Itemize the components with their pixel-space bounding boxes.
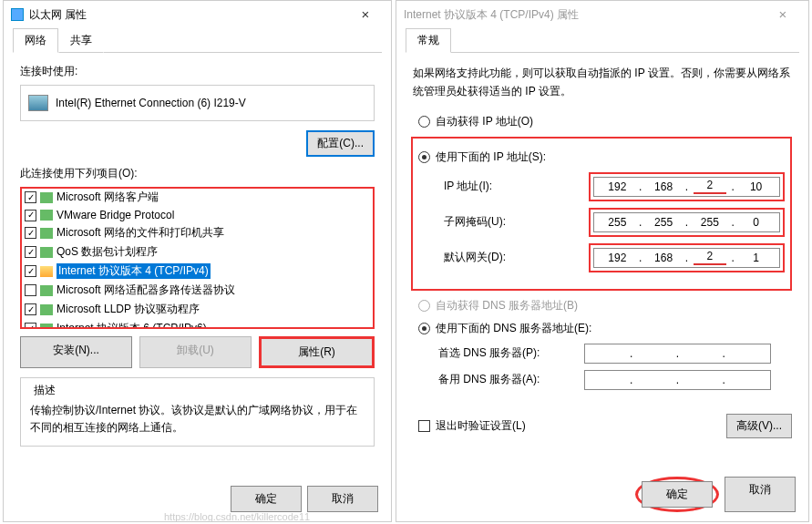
advanced-button[interactable]: 高级(V)... — [726, 414, 792, 438]
item-label: Internet 协议版本 6 (TCP/IPv6) — [57, 321, 207, 329]
connect-using-label: 连接时使用: — [20, 64, 375, 79]
validate-checkbox[interactable]: 退出时验证设置(L) — [418, 418, 526, 434]
close-icon[interactable]: × — [347, 4, 384, 26]
description-title: 描述 — [30, 383, 59, 398]
tab-sharing[interactable]: 共享 — [58, 28, 104, 53]
item-label: Microsoft 网络客户端 — [57, 190, 159, 205]
intro-text: 如果网络支持此功能，则可以获取自动指派的 IP 设置。否则，你需要从网络系统管理… — [413, 64, 792, 101]
checkbox-icon[interactable] — [25, 284, 36, 296]
titlebar: Internet 协议版本 4 (TCP/IPv4) 属性 × — [396, 1, 808, 28]
radio-label: 使用下面的 IP 地址(S): — [436, 149, 546, 165]
item-label: VMware Bridge Protocol — [57, 209, 174, 221]
dns2-field[interactable]: ... — [584, 370, 771, 390]
watermark: https://blog.csdn.net/killercode11 — [164, 511, 310, 522]
tabs: 网络 共享 — [13, 28, 382, 53]
protocol-icon — [40, 324, 53, 330]
close-icon[interactable]: × — [765, 4, 801, 26]
list-item[interactable]: QoS 数据包计划程序 — [21, 242, 374, 262]
protocol-icon — [40, 304, 53, 315]
radio-manual-dns[interactable]: 使用下面的 DNS 服务器地址(E): — [418, 321, 792, 336]
configure-button[interactable]: 配置(C)... — [306, 130, 375, 157]
tabs: 常规 — [406, 28, 799, 53]
radio-icon — [418, 323, 430, 334]
tab-network[interactable]: 网络 — [13, 28, 58, 53]
components-listbox[interactable]: Microsoft 网络客户端VMware Bridge ProtocolMic… — [20, 187, 375, 329]
radio-auto-ip[interactable]: 自动获得 IP 地址(O) — [418, 114, 792, 129]
subnet-mask-field[interactable]: 255. 255. 255. 0 — [593, 212, 780, 232]
protocol-icon — [40, 285, 53, 296]
cancel-button[interactable]: 取消 — [307, 486, 378, 512]
tab-general[interactable]: 常规 — [406, 28, 451, 53]
item-label: Microsoft 网络适配器多路传送器协议 — [57, 283, 235, 298]
checkbox-icon[interactable] — [25, 323, 36, 329]
description-text: 传输控制协议/Internet 协议。该协议是默认的广域网络协议，用于在不同的相… — [30, 402, 365, 437]
radio-icon — [418, 116, 430, 128]
ok-button[interactable]: 确定 — [642, 481, 713, 508]
validate-label: 退出时验证设置(L) — [436, 418, 526, 434]
nic-icon — [28, 95, 48, 111]
cancel-button[interactable]: 取消 — [725, 477, 796, 512]
install-button[interactable]: 安装(N)... — [20, 336, 132, 368]
dialog-title: 以太网 属性 — [29, 7, 347, 23]
item-label: QoS 数据包计划程序 — [57, 244, 158, 260]
description-group: 描述 传输控制协议/Internet 协议。该协议是默认的广域网络协议，用于在不… — [20, 377, 375, 447]
dialog-title: Internet 协议版本 4 (TCP/IPv4) 属性 — [404, 7, 765, 23]
radio-label: 使用下面的 DNS 服务器地址(E): — [436, 321, 591, 336]
dns2-label: 备用 DNS 服务器(A): — [438, 372, 584, 387]
checkbox-icon[interactable] — [25, 191, 36, 203]
ipv4-properties-dialog: Internet 协议版本 4 (TCP/IPv4) 属性 × 常规 如果网络支… — [396, 0, 809, 522]
radio-auto-dns: 自动获得 DNS 服务器地址(B) — [418, 298, 792, 313]
list-item[interactable]: Microsoft 网络客户端 — [21, 188, 374, 207]
gateway-field[interactable]: 192. 168. 2. 1 — [593, 248, 780, 268]
uninstall-button: 卸载(U) — [139, 336, 252, 368]
protocol-icon — [40, 192, 53, 203]
list-item[interactable]: Microsoft 网络的文件和打印机共享 — [21, 223, 374, 242]
list-item[interactable]: VMware Bridge Protocol — [21, 207, 374, 223]
manual-ip-section: 使用下面的 IP 地址(S): IP 地址(I): 192. 168. 2. 1… — [411, 137, 792, 291]
protocol-icon — [40, 228, 53, 239]
adapter-name: Intel(R) Ethernet Connection (6) I219-V — [56, 97, 246, 109]
radio-label: 自动获得 DNS 服务器地址(B) — [436, 298, 578, 313]
adapter-box: Intel(R) Ethernet Connection (6) I219-V — [20, 85, 375, 121]
list-item[interactable]: Microsoft 网络适配器多路传送器协议 — [21, 281, 374, 300]
checkbox-icon[interactable] — [25, 246, 36, 258]
checkbox-icon — [418, 420, 430, 432]
protocol-icon — [40, 210, 53, 221]
list-item[interactable]: Internet 协议版本 4 (TCP/IPv4) — [21, 262, 374, 281]
dns1-label: 首选 DNS 服务器(P): — [438, 345, 584, 361]
checkbox-icon[interactable] — [25, 210, 36, 221]
ok-button[interactable]: 确定 — [231, 486, 302, 512]
ip-address-label: IP 地址(I): — [444, 179, 589, 194]
protocol-icon — [40, 247, 53, 258]
radio-manual-ip[interactable]: 使用下面的 IP 地址(S): — [418, 149, 785, 165]
ip-address-field[interactable]: 192. 168. 2. 10 — [593, 177, 780, 197]
checkbox-icon[interactable] — [25, 227, 36, 239]
protocol-icon — [40, 266, 53, 277]
list-item[interactable]: Microsoft LLDP 协议驱动程序 — [21, 300, 374, 319]
checkbox-icon[interactable] — [25, 265, 36, 277]
item-label: Internet 协议版本 4 (TCP/IPv4) — [57, 263, 211, 279]
radio-label: 自动获得 IP 地址(O) — [436, 114, 533, 129]
items-label: 此连接使用下列项目(O): — [20, 166, 375, 181]
titlebar: 以太网 属性 × — [4, 1, 391, 28]
item-label: Microsoft LLDP 协议驱动程序 — [57, 302, 200, 317]
item-label: Microsoft 网络的文件和打印机共享 — [57, 225, 224, 241]
gateway-label: 默认网关(D): — [444, 250, 589, 265]
radio-icon — [418, 151, 430, 163]
checkbox-icon[interactable] — [25, 303, 36, 315]
dns1-field[interactable]: ... — [584, 344, 771, 364]
subnet-mask-label: 子网掩码(U): — [444, 214, 589, 230]
radio-icon — [418, 300, 430, 312]
list-item[interactable]: Internet 协议版本 6 (TCP/IPv6) — [21, 319, 374, 329]
ethernet-properties-dialog: 以太网 属性 × 网络 共享 连接时使用: Intel(R) Ethernet … — [3, 0, 392, 522]
properties-button[interactable]: 属性(R) — [259, 336, 375, 368]
ethernet-icon — [11, 8, 24, 21]
